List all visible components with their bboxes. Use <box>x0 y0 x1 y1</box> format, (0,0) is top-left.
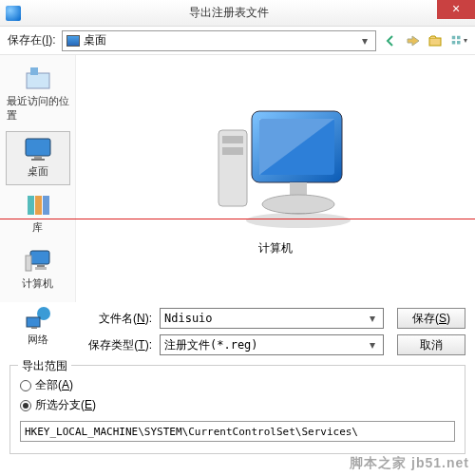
new-folder-icon[interactable] <box>428 32 445 49</box>
svg-rect-0 <box>429 38 441 46</box>
svg-rect-21 <box>222 136 243 143</box>
svg-rect-15 <box>37 265 45 267</box>
radio-icon <box>20 380 31 391</box>
computer-large-icon <box>200 102 352 235</box>
sidebar-item-network[interactable]: 网络 <box>6 299 70 353</box>
places-sidebar: 最近访问的位置 桌面 库 计算机 网络 <box>0 55 76 302</box>
desktop-icon <box>66 35 80 47</box>
views-icon[interactable]: ▾ <box>450 32 467 49</box>
close-button[interactable]: × <box>437 0 475 19</box>
watermark: 脚本之家 jb51.net <box>350 455 469 472</box>
desktop-icon <box>23 136 53 162</box>
chevron-down-icon: ▾ <box>366 312 379 325</box>
save-in-row: 保存在(I): 桌面 ▾ ▾ <box>0 27 475 55</box>
svg-rect-4 <box>457 41 461 45</box>
sidebar-item-desktop[interactable]: 桌面 <box>6 131 70 185</box>
computer-icon <box>23 248 53 275</box>
up-icon[interactable] <box>405 32 422 49</box>
svg-rect-8 <box>34 156 42 159</box>
svg-rect-1 <box>452 35 456 39</box>
export-range-group: 导出范围 全部(A) 所选分支(E) <box>10 365 466 454</box>
save-in-combo[interactable]: 桌面 ▾ <box>62 30 376 51</box>
filetype-select[interactable]: 注册文件(*.reg)▾ <box>160 334 384 355</box>
chevron-down-icon: ▾ <box>366 338 379 352</box>
filename-label: 文件名(N): <box>86 311 152 327</box>
regedit-icon <box>6 6 21 21</box>
svg-rect-13 <box>30 251 49 264</box>
svg-rect-9 <box>31 159 45 161</box>
body: 最近访问的位置 桌面 库 计算机 网络 <box>0 55 475 302</box>
save-in-value: 桌面 <box>84 32 106 48</box>
item-label: 计算机 <box>258 240 293 257</box>
back-icon[interactable] <box>382 32 399 49</box>
item-computer[interactable]: 计算机 <box>200 102 352 257</box>
recent-icon <box>23 66 53 92</box>
cancel-button[interactable]: 取消 <box>397 334 466 355</box>
branch-path-input[interactable] <box>20 421 455 442</box>
save-button[interactable]: 保存(S) <box>397 308 466 329</box>
svg-rect-14 <box>26 256 31 271</box>
save-in-label: 保存在(I): <box>8 32 56 48</box>
svg-rect-3 <box>452 41 456 45</box>
svg-rect-12 <box>43 196 49 215</box>
svg-rect-7 <box>26 139 50 156</box>
fields: 文件名(N): Ndisuio▾ 保存(S) 保存类型(T): 注册文件(*.r… <box>0 302 475 359</box>
svg-rect-2 <box>457 35 461 39</box>
libraries-icon <box>23 192 53 219</box>
svg-point-27 <box>246 213 351 228</box>
svg-rect-10 <box>28 196 34 215</box>
svg-rect-16 <box>35 267 47 270</box>
radio-all[interactable]: 全部(A) <box>20 377 455 393</box>
svg-point-26 <box>262 195 334 214</box>
sidebar-item-libraries[interactable]: 库 <box>6 187 70 241</box>
titlebar: 导出注册表文件 × <box>0 0 475 27</box>
window-title: 导出注册表文件 <box>21 5 437 21</box>
svg-rect-5 <box>27 73 49 88</box>
svg-rect-18 <box>27 317 40 327</box>
filename-input[interactable]: Ndisuio▾ <box>160 308 384 329</box>
radio-icon <box>20 400 31 411</box>
svg-rect-25 <box>290 182 307 196</box>
file-area[interactable]: 计算机 <box>76 55 475 302</box>
group-legend: 导出范围 <box>18 358 71 374</box>
radio-selected-branch[interactable]: 所选分支(E) <box>20 397 455 413</box>
svg-rect-19 <box>31 327 37 329</box>
sidebar-item-computer[interactable]: 计算机 <box>6 243 70 297</box>
chevron-down-icon: ▾ <box>358 34 371 48</box>
filetype-label: 保存类型(T): <box>86 337 152 353</box>
network-icon <box>23 304 53 331</box>
svg-rect-22 <box>222 147 243 155</box>
svg-rect-11 <box>35 196 42 215</box>
sidebar-item-recent[interactable]: 最近访问的位置 <box>6 61 70 129</box>
svg-rect-6 <box>30 67 38 75</box>
annotation-line <box>0 219 475 219</box>
